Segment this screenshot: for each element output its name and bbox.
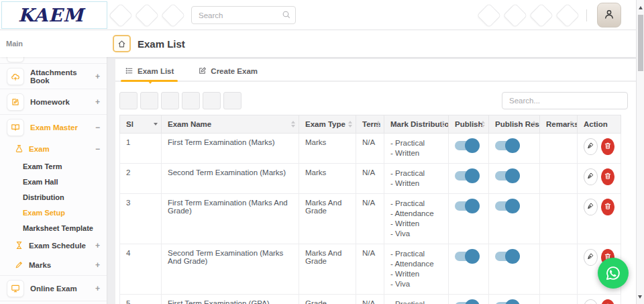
sidebar-item-marksheet-template[interactable]: Marksheet Template: [0, 220, 107, 236]
sidebar-item-attachments-book[interactable]: Attachments Book+: [0, 64, 107, 88]
trash-icon: [604, 142, 612, 152]
cell-action: [578, 164, 621, 194]
cell-exam-type: Marks: [299, 164, 356, 194]
publish-toggle[interactable]: [455, 252, 477, 261]
column-label: Publish: [455, 120, 483, 128]
calendar-icon-button[interactable]: [503, 3, 528, 28]
home-button[interactable]: [113, 35, 131, 52]
export-pdf-button[interactable]: [182, 92, 200, 109]
column-header-exam-type[interactable]: Exam Type: [299, 115, 356, 134]
sidebar-item-exam-master[interactable]: Exam Master−: [0, 115, 107, 139]
publish-toggle[interactable]: [455, 171, 477, 181]
apps-grid-icon-button[interactable]: [161, 3, 186, 28]
publish-toggle[interactable]: [455, 141, 477, 150]
trash-icon: [604, 202, 612, 212]
sidebar-divider: [0, 275, 107, 276]
column-label: Sl: [126, 120, 133, 128]
bell-icon-button[interactable]: [555, 3, 580, 28]
sort-icon: [481, 121, 485, 128]
header-nav-right: [480, 0, 621, 30]
content-card: Exam ListCreate Exam SlExam NameExam Typ…: [115, 59, 636, 304]
export-csv-button[interactable]: [161, 92, 179, 109]
cell-sl: 1: [120, 134, 162, 164]
cell-remarks: [540, 134, 578, 164]
table-search-input[interactable]: [502, 92, 628, 109]
publish-result-toggle[interactable]: [495, 141, 517, 150]
column-header-sl[interactable]: Sl: [120, 115, 162, 134]
fullscreen-icon-button[interactable]: [135, 3, 160, 28]
sidebar-item-label: Exam: [29, 145, 50, 153]
publish-result-toggle[interactable]: [495, 171, 517, 181]
table-row: 4Second Term Examination (Marks And Grad…: [120, 244, 621, 295]
publish-result-toggle[interactable]: [495, 201, 517, 211]
cell-remarks: [540, 194, 578, 244]
sidebar-item-exam-setup[interactable]: Exam Setup: [0, 205, 107, 220]
hourglass-icon: [15, 241, 23, 250]
cell-exam-type: Marks: [299, 134, 356, 164]
sidebar-item-label: Exam Master: [30, 123, 78, 132]
cell-exam-type: Marks And Grade: [299, 244, 356, 295]
pen-nib-icon: [586, 172, 594, 182]
copy-button[interactable]: [119, 92, 138, 109]
tab-exam-list[interactable]: Exam List: [125, 61, 174, 81]
sidebar-item-exam[interactable]: Exam−: [0, 139, 107, 158]
column-visibility-button[interactable]: [223, 92, 241, 109]
column-label: Mark Distribution: [390, 120, 449, 128]
cell-remarks: [540, 164, 578, 194]
globe-icon-button[interactable]: [477, 3, 502, 28]
expander-icon: +: [95, 284, 100, 293]
edit-button[interactable]: [584, 299, 598, 304]
column-label: Exam Name: [168, 120, 211, 128]
sidebar-item-label: Exam Setup: [23, 209, 65, 217]
sidebar-item-exam-schedule[interactable]: Exam Schedule+: [0, 236, 107, 255]
column-header-publish[interactable]: Publish: [449, 115, 489, 134]
user-menu-button[interactable]: [597, 3, 621, 28]
header-search-input[interactable]: [191, 6, 296, 24]
flag-icon-button[interactable]: [529, 3, 554, 28]
publish-result-toggle[interactable]: [495, 252, 517, 261]
delete-button[interactable]: [601, 299, 615, 304]
column-header-remarks[interactable]: Remarks: [540, 115, 578, 134]
column-header-term[interactable]: Term: [356, 115, 384, 134]
delete-button[interactable]: [601, 138, 615, 155]
app-window: KAEM Main Exam List Attachments Book+Hom…: [0, 0, 644, 304]
column-header-mark-distribution[interactable]: Mark Distribution: [384, 115, 449, 134]
column-header-publish-result[interactable]: Publish Result: [489, 115, 540, 134]
mark-distribution-line: - Practical: [390, 249, 442, 259]
scrollbar-down-arrow[interactable]: [638, 295, 642, 301]
sidebar-item-exam-term[interactable]: Exam Term: [0, 158, 107, 174]
sort-icon: [441, 121, 445, 128]
cell-exam-name: First Term Examination (GPA): [162, 295, 299, 304]
publish-toggle[interactable]: [455, 201, 477, 211]
whatsapp-fab-button[interactable]: [598, 258, 629, 289]
cell-term: N/A: [356, 164, 384, 194]
edit-button[interactable]: [584, 199, 598, 215]
search-icon: [282, 10, 290, 19]
print-button[interactable]: [203, 92, 221, 109]
cell-mark-distribution: - Practical- Written: [384, 295, 449, 304]
delete-button[interactable]: [601, 199, 615, 215]
edit-button[interactable]: [584, 168, 598, 185]
sidebar-item-marks[interactable]: Marks+: [0, 255, 107, 274]
export-excel-button[interactable]: [140, 92, 158, 109]
sidebar-item-distribution[interactable]: Distribution: [0, 189, 107, 205]
menu-icon-button[interactable]: [109, 3, 133, 28]
sidebar-item-exam-hall[interactable]: Exam Hall: [0, 174, 107, 189]
edit-button[interactable]: [584, 138, 598, 155]
tab-create-exam[interactable]: Create Exam: [198, 61, 258, 81]
scrollbar-up-arrow[interactable]: [639, 4, 643, 9]
list-icon: [125, 66, 133, 75]
sidebar-item-label: Distribution: [23, 193, 64, 201]
scrollbar-thumb[interactable]: [638, 15, 643, 71]
edit-button[interactable]: [584, 249, 598, 266]
cell-sl: 4: [120, 244, 162, 295]
cell-action: [578, 134, 621, 164]
sidebar-item-online-exam[interactable]: Online Exam+: [0, 276, 107, 300]
sidebar-item-homework[interactable]: Homework+: [0, 90, 107, 113]
delete-button[interactable]: [601, 168, 615, 185]
column-header-exam-name[interactable]: Exam Name: [162, 115, 299, 134]
brand-logo[interactable]: KAEM: [1, 1, 107, 29]
sort-icon: [376, 121, 380, 128]
header-divider: [586, 9, 587, 21]
cell-exam-name: Second Term Examination (Marks): [162, 164, 299, 194]
